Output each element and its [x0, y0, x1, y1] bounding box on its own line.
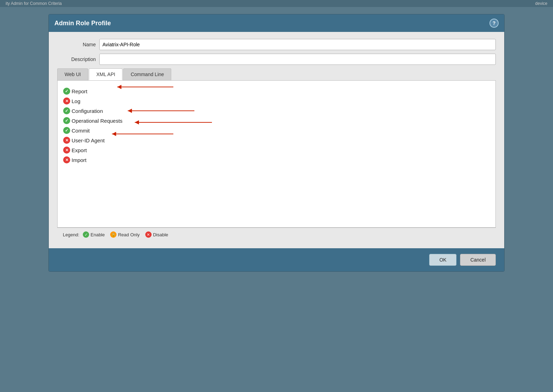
top-bar-right-text: device	[535, 1, 547, 6]
legend-enable-label: Enable	[91, 232, 105, 237]
legend-readonly-icon	[110, 231, 116, 238]
legend-enable: Enable	[83, 231, 105, 238]
permission-label: Report	[72, 88, 87, 94]
permission-label: Export	[72, 147, 87, 153]
enable-icon	[63, 127, 70, 134]
help-button[interactable]: ?	[489, 19, 499, 28]
permission-label: Log	[72, 98, 80, 104]
permission-label: Import	[72, 157, 87, 163]
description-row: Description	[57, 54, 496, 65]
permission-label: Configuration	[72, 108, 103, 114]
disable-icon	[63, 97, 70, 104]
permission-label: Operational Requests	[72, 118, 122, 124]
enable-icon	[63, 88, 70, 95]
description-label: Description	[57, 56, 99, 62]
permission-list: Report Log Configuration O	[63, 86, 490, 165]
list-item[interactable]: Configuration	[63, 106, 490, 116]
list-item[interactable]: Export	[63, 145, 490, 155]
name-label: Name	[57, 42, 99, 47]
dialog-body: Name Description Web UI XML API Command …	[49, 32, 504, 248]
name-input[interactable]	[99, 39, 496, 50]
legend-enable-icon	[83, 231, 89, 238]
list-item[interactable]: Operational Requests	[63, 116, 490, 126]
dialog: Admin Role Profile ? Name Description We…	[48, 14, 505, 272]
dialog-footer: OK Cancel	[49, 248, 504, 271]
legend-disable-icon	[145, 231, 152, 238]
name-row: Name	[57, 39, 496, 50]
ok-button[interactable]: OK	[429, 254, 457, 266]
cancel-button[interactable]: Cancel	[460, 254, 496, 266]
dialog-title: Admin Role Profile	[54, 20, 111, 27]
legend-readonly-label: Read Only	[118, 232, 139, 237]
enable-icon	[63, 107, 70, 114]
dialog-header: Admin Role Profile ?	[49, 14, 504, 32]
disable-icon	[63, 156, 70, 163]
disable-icon	[63, 147, 70, 154]
list-item[interactable]: Import	[63, 155, 490, 165]
legend-prefix: Legend:	[63, 232, 79, 237]
background: ity Admin for Common Criteria device Adm…	[0, 0, 553, 392]
tab-webui[interactable]: Web UI	[57, 68, 88, 80]
list-item[interactable]: Commit	[63, 126, 490, 135]
tabs-container: Web UI XML API Command Line	[57, 68, 496, 80]
description-input[interactable]	[99, 54, 496, 65]
permission-label: Commit	[72, 128, 90, 134]
top-bar: ity Admin for Common Criteria device	[0, 0, 553, 7]
permission-label: User-ID Agent	[72, 137, 105, 143]
top-bar-left-text: ity Admin for Common Criteria	[6, 1, 62, 6]
list-item[interactable]: User-ID Agent	[63, 135, 490, 145]
legend-readonly: Read Only	[110, 231, 139, 238]
tab-content: Report Log Configuration O	[57, 80, 496, 228]
legend-disable: Disable	[145, 231, 168, 238]
enable-icon	[63, 117, 70, 124]
list-item[interactable]: Report	[63, 86, 490, 96]
list-item[interactable]: Log	[63, 96, 490, 106]
legend-bar: Legend: Enable Read Only Disable	[57, 228, 496, 241]
tab-xmlapi[interactable]: XML API	[89, 68, 122, 80]
disable-icon	[63, 137, 70, 144]
tab-cmdline[interactable]: Command Line	[123, 68, 171, 80]
legend-disable-label: Disable	[153, 232, 168, 237]
